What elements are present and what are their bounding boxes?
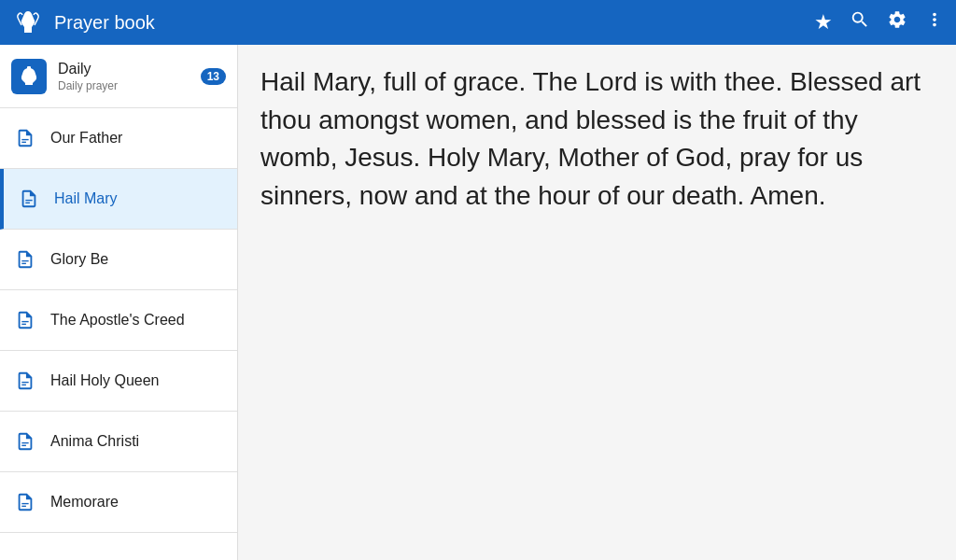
- glory-be-label: Glory Be: [50, 251, 226, 268]
- hail-holy-queen-text: Hail Holy Queen: [50, 372, 226, 389]
- star-icon[interactable]: ★: [814, 10, 833, 35]
- svg-rect-2: [21, 142, 26, 143]
- hail-mary-label: Hail Mary: [54, 190, 226, 207]
- sidebar-item-our-father[interactable]: Our Father: [0, 108, 237, 169]
- our-father-text: Our Father: [50, 130, 226, 147]
- doc-icon-glory-be: [11, 245, 39, 273]
- sidebar-item-hail-holy-queen[interactable]: Hail Holy Queen: [0, 351, 237, 412]
- our-father-label: Our Father: [50, 130, 226, 147]
- sidebar-item-anima-christi[interactable]: Anima Christi: [0, 412, 237, 472]
- settings-icon[interactable]: [887, 9, 907, 35]
- daily-sublabel: Daily prayer: [58, 79, 201, 92]
- doc-icon-hail-holy-queen: [11, 367, 39, 395]
- svg-rect-3: [25, 200, 32, 201]
- daily-label: Daily: [58, 61, 201, 77]
- app-icon: [11, 6, 45, 39]
- svg-rect-12: [21, 445, 26, 446]
- anima-christi-text: Anima Christi: [50, 433, 226, 450]
- prayer-text: Hail Mary, full of grace. The Lord is wi…: [260, 63, 934, 215]
- doc-icon-apostles-creed: [11, 306, 39, 334]
- hail-holy-queen-label: Hail Holy Queen: [50, 372, 226, 389]
- topbar-icons: ★: [814, 9, 945, 35]
- anima-christi-label: Anima Christi: [50, 433, 226, 450]
- svg-rect-8: [21, 324, 26, 325]
- sidebar-item-apostles-creed[interactable]: The Apostle's Creed: [0, 290, 237, 351]
- svg-rect-1: [21, 139, 28, 140]
- app-title: Prayer book: [54, 12, 814, 34]
- svg-rect-0: [27, 66, 31, 70]
- apostles-creed-label: The Apostle's Creed: [50, 312, 226, 329]
- svg-rect-9: [21, 382, 28, 383]
- search-icon[interactable]: [850, 9, 870, 35]
- svg-rect-11: [21, 442, 28, 443]
- memorare-text: Memorare: [50, 494, 226, 511]
- doc-icon-hail-mary: [15, 185, 43, 213]
- sidebar-item-memorare[interactable]: Memorare: [0, 472, 237, 533]
- sidebar-item-hail-mary[interactable]: Hail Mary: [0, 169, 237, 230]
- sidebar-item-daily[interactable]: Daily Daily prayer 13: [0, 45, 237, 108]
- sidebar-item-glory-be[interactable]: Glory Be: [0, 230, 237, 290]
- svg-rect-4: [25, 203, 30, 203]
- daily-icon: [11, 59, 47, 94]
- hail-mary-text: Hail Mary: [54, 190, 226, 207]
- svg-rect-6: [21, 263, 26, 264]
- svg-rect-10: [21, 385, 26, 385]
- memorare-label: Memorare: [50, 494, 226, 511]
- svg-rect-14: [21, 506, 26, 507]
- svg-rect-7: [21, 321, 28, 322]
- doc-icon-anima-christi: [11, 427, 39, 455]
- content-area: Hail Mary, full of grace. The Lord is wi…: [238, 45, 956, 560]
- topbar: Prayer book ★: [0, 0, 956, 45]
- glory-be-text: Glory Be: [50, 251, 226, 268]
- main-layout: Daily Daily prayer 13 Our Father Hail Ma…: [0, 45, 956, 560]
- doc-icon-our-father: [11, 124, 39, 152]
- doc-icon-memorare: [11, 488, 39, 516]
- more-icon[interactable]: [924, 9, 945, 35]
- apostles-creed-text: The Apostle's Creed: [50, 312, 226, 329]
- svg-rect-5: [21, 260, 28, 261]
- svg-rect-13: [21, 503, 28, 504]
- sidebar: Daily Daily prayer 13 Our Father Hail Ma…: [0, 45, 238, 560]
- daily-badge: 13: [201, 68, 226, 85]
- daily-item-text: Daily Daily prayer: [58, 61, 201, 92]
